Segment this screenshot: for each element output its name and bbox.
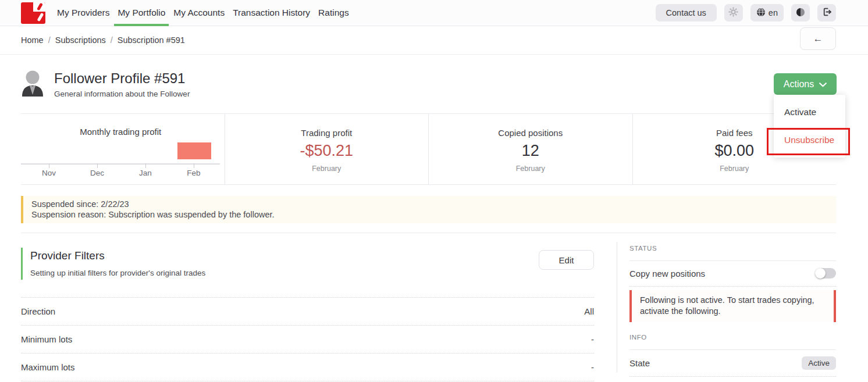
suspension-warning-banner: Suspended since: 2/22/23 Suspension reas… (21, 196, 836, 223)
stat-period: February (633, 165, 837, 173)
chart-bar-feb (177, 142, 211, 159)
filter-row-maximum-lots: Maximum lots - (21, 354, 594, 381)
active-tab-underline (114, 24, 169, 26)
chart-tick (49, 163, 49, 168)
top-navbar: My Providers My Portfolio My Accounts Tr… (0, 0, 868, 26)
nav-item-ratings[interactable]: Ratings (314, 0, 353, 26)
breadcrumb-separator: / (111, 35, 113, 45)
breadcrumb-home[interactable]: Home (21, 35, 44, 45)
avatar-icon (21, 69, 44, 99)
filter-label: Direction (21, 306, 55, 316)
nav-item-my-accounts[interactable]: My Accounts (169, 0, 229, 26)
page-subtitle: General information about the Follower (54, 90, 190, 98)
stat-period: February (225, 165, 429, 173)
contrast-icon (796, 8, 805, 19)
filter-value: - (591, 362, 594, 372)
chart-title: Monthly trading profit (21, 127, 220, 137)
breadcrumb-current: Subscription #591 (118, 35, 185, 45)
breadcrumb-row: Home / Subscriptions / Subscription #591… (0, 26, 868, 55)
state-label: State (629, 358, 650, 368)
suspension-reason-text: Suspension reason: Subscription was susp… (31, 210, 836, 220)
filter-value: All (584, 306, 594, 316)
profile-header-left: Follower Profile #591 General informatio… (21, 69, 190, 99)
toggle-knob (815, 268, 826, 279)
navbar-actions: Contact us en (656, 4, 836, 22)
copy-new-positions-row: Copy new positions (629, 268, 836, 287)
suspended-since-text: Suspended since: 2/22/23 (31, 199, 836, 210)
logout-icon (822, 7, 832, 19)
actions-button[interactable]: Actions (774, 73, 837, 95)
chart-tick-label: Dec (79, 169, 116, 177)
filter-label: Maximum lots (21, 362, 75, 372)
nav-item-label: Transaction History (233, 8, 310, 18)
chart-tick-label: Feb (175, 169, 212, 177)
actions-button-label: Actions (784, 79, 814, 90)
stat-value: 12 (429, 142, 632, 160)
provider-filters-subtitle: Setting up initial filters for provider'… (30, 269, 205, 277)
provider-filters-title: Provider Filters (30, 249, 205, 262)
chart-tick (145, 163, 146, 168)
stat-copied-positions: Copied positions 12 February (429, 114, 633, 184)
edit-filters-button[interactable]: Edit (539, 250, 594, 270)
stat-value: -$50.21 (225, 142, 429, 160)
profile-header-text: Follower Profile #591 General informatio… (54, 70, 190, 98)
gear-icon (728, 7, 738, 19)
chart-x-axis (21, 163, 220, 165)
contact-us-button[interactable]: Contact us (656, 4, 717, 22)
chevron-down-icon (819, 79, 827, 90)
filter-label: Minimum lots (21, 334, 72, 344)
nav-item-label: Ratings (318, 8, 349, 18)
state-row: State Active (629, 350, 836, 377)
chart-tick (97, 163, 98, 168)
nav-item-label: My Portfolio (118, 8, 165, 18)
stat-monthly-trading-profit-chart: Monthly trading profit Nov Dec Jan Feb (21, 114, 225, 184)
status-heading: STATUS (629, 245, 836, 252)
language-code: en (769, 8, 778, 17)
filter-rows: Direction All Minimum lots - Maximum lot… (21, 297, 594, 381)
provider-filters-header: Provider Filters Setting up initial filt… (21, 248, 594, 280)
language-button[interactable]: en (750, 4, 784, 22)
stat-label: Copied positions (429, 128, 632, 138)
actions-dropdown-menu: Activate Unsubscribe (774, 95, 845, 158)
page-header: Follower Profile #591 General informatio… (0, 55, 868, 113)
page-title: Follower Profile #591 (54, 70, 190, 87)
breadcrumb-subscriptions[interactable]: Subscriptions (55, 35, 106, 45)
state-badge: Active (802, 356, 836, 370)
stat-trading-profit: Trading profit -$50.21 February (225, 114, 429, 184)
details-section: Provider Filters Setting up initial filt… (21, 233, 836, 373)
nav-item-transaction-history[interactable]: Transaction History (229, 0, 314, 26)
stat-period: February (429, 165, 632, 173)
stats-row: Monthly trading profit Nov Dec Jan Feb T… (21, 113, 836, 185)
back-arrow-icon: ← (813, 33, 823, 45)
settings-button[interactable] (724, 4, 743, 22)
following-inactive-alert: Following is not active. To start trades… (629, 290, 836, 322)
globe-icon (756, 8, 766, 19)
menu-item-unsubscribe[interactable]: Unsubscribe (774, 126, 845, 154)
filter-value: - (591, 334, 594, 344)
breadcrumb-separator: / (48, 35, 51, 45)
stat-label: Trading profit (225, 128, 429, 138)
nav-item-my-portfolio[interactable]: My Portfolio (113, 0, 169, 26)
brand-logo[interactable] (21, 2, 45, 24)
info-heading: INFO (629, 334, 836, 341)
nav-item-label: My Providers (57, 8, 109, 18)
breadcrumb: Home / Subscriptions / Subscription #591 (21, 35, 185, 45)
chart-tick-label: Nov (30, 169, 67, 177)
nav-links: My Providers My Portfolio My Accounts Tr… (53, 0, 353, 26)
copy-new-positions-toggle[interactable] (815, 268, 836, 279)
nav-item-my-providers[interactable]: My Providers (53, 0, 113, 26)
back-button[interactable]: ← (800, 27, 836, 50)
provider-filters-panel: Provider Filters Setting up initial filt… (21, 233, 594, 373)
nav-item-label: My Accounts (173, 8, 225, 18)
logout-button[interactable] (817, 4, 836, 22)
menu-item-activate[interactable]: Activate (774, 98, 845, 126)
chart-tick-label: Jan (127, 169, 164, 177)
logo-slash-white (37, 12, 44, 21)
theme-contrast-button[interactable] (791, 4, 810, 22)
copy-new-positions-label: Copy new positions (629, 269, 705, 279)
filter-row-direction: Direction All (21, 298, 594, 326)
provider-filters-titles: Provider Filters Setting up initial filt… (21, 248, 205, 280)
status-sidebar: STATUS Copy new positions Following is n… (617, 242, 836, 373)
divider (629, 260, 836, 261)
filter-row-minimum-lots: Minimum lots - (21, 326, 594, 354)
